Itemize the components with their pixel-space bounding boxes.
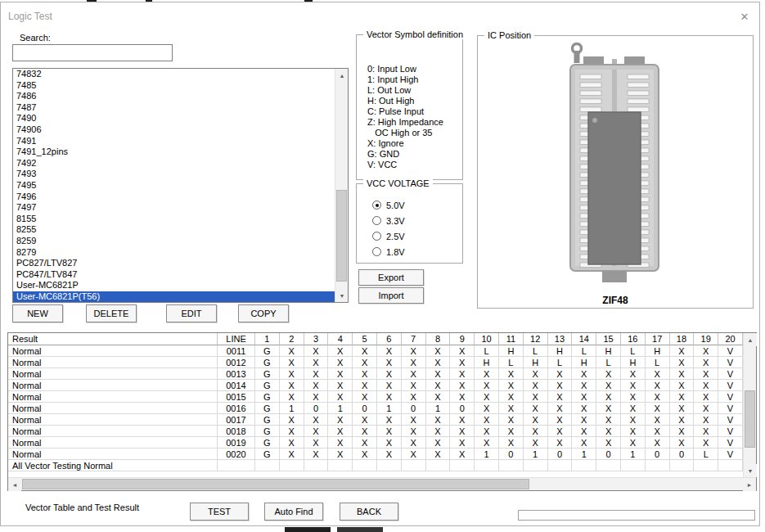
pin-cell: X: [548, 426, 573, 437]
list-item[interactable]: 7490: [13, 113, 348, 124]
scroll-left-icon[interactable]: ◄: [8, 478, 21, 491]
scroll-thumb[interactable]: [336, 190, 347, 282]
pin-cell: 0: [450, 403, 475, 414]
scroll-thumb[interactable]: [745, 390, 755, 448]
search-input[interactable]: [12, 44, 173, 61]
pin-cell: L: [475, 345, 499, 357]
ic-list[interactable]: 7483274857486748774907490674917491_12pin…: [12, 68, 349, 303]
scroll-down-icon[interactable]: ▼: [335, 289, 349, 302]
list-item[interactable]: 8155: [13, 214, 348, 225]
table-body: Normal0011GXXXXXXXXLHLHLHLHXXVNormal0012…: [8, 345, 743, 471]
list-item[interactable]: 7485: [13, 80, 348, 92]
pin-cell: X: [377, 437, 402, 449]
vcc-option-1.8V[interactable]: 1.8V: [357, 244, 462, 259]
pin-cell: X: [280, 437, 304, 449]
vcc-option-5.0V[interactable]: 5.0V: [357, 197, 462, 213]
table-header-cell: 9: [450, 333, 475, 345]
table-row[interactable]: Normal0012GXXXXXXXXHLHLHLHLXXV: [8, 357, 743, 368]
list-item[interactable]: 8279: [13, 247, 348, 259]
table-header-cell: 19: [694, 333, 718, 345]
list-item[interactable]: User-MC6821P(T56): [13, 291, 348, 303]
pin-cell: G: [255, 345, 280, 357]
list-item[interactable]: PC827/LTV827: [13, 258, 348, 269]
table-horizontal-scrollbar[interactable]: ◄ ►: [8, 477, 756, 490]
pin-cell: X: [694, 368, 718, 380]
table-row[interactable]: Normal0017GXXXXXXXXXXXXXXXXXXV: [8, 414, 743, 426]
radio-icon[interactable]: [372, 247, 381, 256]
radio-icon[interactable]: [372, 216, 381, 225]
list-item[interactable]: 8259: [13, 236, 348, 247]
list-item[interactable]: 7497: [13, 202, 348, 214]
list-item[interactable]: 7496: [13, 192, 348, 203]
pin-cell: X: [402, 449, 426, 460]
scroll-right-icon[interactable]: ►: [743, 478, 756, 491]
list-item[interactable]: 7487: [13, 102, 348, 114]
vcc-option-3.3V[interactable]: 3.3V: [357, 213, 462, 228]
list-item[interactable]: 74832: [13, 69, 348, 80]
pin-cell: V: [718, 368, 743, 380]
new-button[interactable]: NEW: [12, 304, 63, 322]
vcc-option-2.5V[interactable]: 2.5V: [357, 228, 462, 244]
export-button[interactable]: Export: [358, 269, 424, 286]
table-row[interactable]: Normal0019GXXXXXXXXXXXXXXXXXXV: [8, 437, 743, 449]
radio-icon[interactable]: [372, 232, 381, 241]
scroll-up-icon[interactable]: ▲: [335, 69, 349, 82]
scroll-up-icon[interactable]: ▲: [744, 333, 757, 346]
list-item[interactable]: 7493: [13, 169, 348, 180]
pin-cell: L: [646, 357, 670, 368]
list-scrollbar[interactable]: ▲ ▼: [335, 69, 348, 302]
line-cell: 0017: [218, 414, 255, 426]
table-row[interactable]: Normal0011GXXXXXXXXLHLHLHLHXXV: [8, 345, 743, 357]
pin-cell: X: [621, 368, 646, 380]
pin-cell: X: [548, 391, 573, 403]
list-item[interactable]: 7486: [13, 91, 348, 102]
pin-cell: X: [524, 368, 548, 380]
vector-symbol-lines: 0: Input Low1: Input HighL: Out LowH: Ou…: [367, 64, 443, 170]
scroll-thumb[interactable]: [22, 479, 529, 489]
list-item[interactable]: 7492: [13, 158, 348, 169]
pin-cell: X: [377, 380, 402, 391]
pin-cell: X: [524, 426, 548, 437]
list-item[interactable]: 7495: [13, 180, 348, 192]
pin-cell: X: [621, 426, 646, 437]
test-button[interactable]: TEST: [190, 503, 249, 521]
list-item[interactable]: 7491_12pins: [13, 147, 348, 158]
list-item[interactable]: 74906: [13, 124, 348, 136]
vector-symbol-line: 0: Input Low: [367, 64, 443, 74]
vector-symbol-line: V: VCC: [367, 160, 443, 170]
pin-cell: V: [718, 345, 743, 357]
auto-find-button[interactable]: Auto Find: [264, 503, 323, 521]
pin-cell: [353, 460, 377, 471]
list-item[interactable]: User-MC6821P: [13, 280, 348, 291]
delete-button[interactable]: DELETE: [86, 304, 137, 322]
table-row[interactable]: Normal0014GXXXXXXXXXXXXXXXXXXV: [8, 380, 743, 391]
list-item[interactable]: 8255: [13, 224, 348, 236]
pin-cell: V: [718, 426, 743, 437]
table-row[interactable]: Normal0020GXXXXXXXX101010100LV: [8, 449, 743, 460]
radio-icon[interactable]: [372, 201, 381, 210]
pin-cell: X: [426, 426, 451, 437]
table-row[interactable]: Normal0013GXXXXXXXXXXXXXXXXXXV: [8, 368, 743, 380]
table-vertical-scrollbar[interactable]: ▲ ▼: [743, 333, 756, 477]
edit-button[interactable]: EDIT: [166, 304, 217, 322]
scroll-down-icon[interactable]: ▼: [744, 464, 757, 477]
list-item[interactable]: PC847/LTV847: [13, 269, 348, 281]
table-row[interactable]: Normal0015GXXXXXXXXXXXXXXXXXXV: [8, 391, 743, 403]
table-row[interactable]: Normal0016G10101010XXXXXXXXXXV: [8, 403, 743, 414]
pin-cell: [548, 460, 573, 471]
list-item[interactable]: 7491: [13, 136, 348, 147]
pin-cell: 0: [596, 449, 621, 460]
pin-cell: X: [499, 368, 524, 380]
import-button[interactable]: Import: [358, 287, 424, 304]
back-button[interactable]: BACK: [340, 503, 398, 521]
title-bar[interactable]: Logic Test ✕: [2, 5, 759, 23]
pin-cell: X: [499, 380, 524, 391]
pin-cell: X: [646, 391, 670, 403]
pin-cell: G: [255, 357, 280, 368]
pin-cell: 0: [402, 403, 426, 414]
table-row[interactable]: Normal0018GXXXXXXXXXXXXXXXXXXV: [8, 426, 743, 437]
close-icon[interactable]: ✕: [737, 9, 752, 24]
pin-cell: [621, 460, 646, 471]
vector-symbol-group: Vector Symbol definition 0: Input Low1: …: [356, 34, 463, 180]
copy-button[interactable]: COPY: [238, 304, 289, 322]
